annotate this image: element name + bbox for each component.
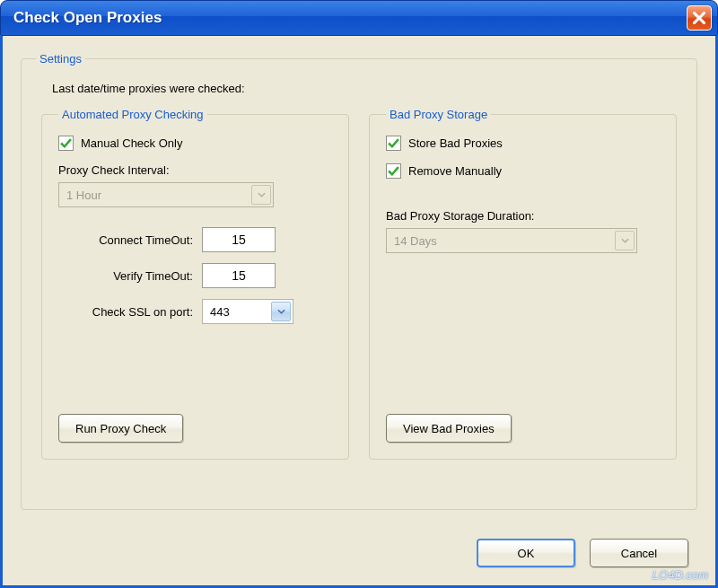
settings-group: Settings Last date/time proxies were che… [21, 52, 697, 510]
close-icon [693, 12, 705, 24]
cancel-button[interactable]: Cancel [590, 539, 688, 567]
settings-legend: Settings [36, 52, 85, 66]
manual-check-only-label: Manual Check Only [81, 136, 182, 150]
chevron-down-icon [621, 238, 629, 243]
close-button[interactable] [687, 5, 712, 31]
verify-timeout-label: Verify TimeOut: [58, 269, 202, 283]
store-bad-proxies-checkbox[interactable] [386, 136, 401, 151]
duration-select: 14 Days [386, 228, 637, 253]
ok-button[interactable]: OK [477, 539, 575, 567]
window-title: Check Open Proxies [13, 9, 687, 27]
connect-timeout-input[interactable] [202, 227, 276, 252]
interval-dropdown-button [251, 185, 271, 205]
remove-manually-label: Remove Manually [408, 164, 502, 178]
automated-proxy-checking-group: Automated Proxy Checking Manual Check On… [41, 108, 349, 460]
ssl-port-select[interactable]: 443 [202, 299, 293, 324]
check-icon [60, 137, 72, 149]
ssl-port-value: 443 [210, 305, 230, 319]
bad-legend: Bad Proxy Storage [386, 108, 491, 121]
interval-select: 1 Hour [58, 182, 274, 207]
interval-value: 1 Hour [66, 189, 101, 202]
manual-check-only-checkbox[interactable] [58, 136, 74, 151]
watermark: LO4D.com [652, 568, 708, 582]
view-bad-proxies-button[interactable]: View Bad Proxies [386, 414, 512, 443]
client-area: Settings Last date/time proxies were che… [0, 36, 718, 588]
run-proxy-check-button[interactable]: Run Proxy Check [58, 414, 183, 443]
last-checked-label: Last date/time proxies were checked: [52, 82, 682, 95]
auto-legend: Automated Proxy Checking [58, 108, 207, 121]
bad-proxy-storage-group: Bad Proxy Storage Store Bad Proxies Remo… [369, 108, 677, 460]
store-bad-proxies-label: Store Bad Proxies [408, 136, 503, 150]
remove-manually-checkbox[interactable] [386, 163, 401, 179]
duration-label: Bad Proxy Storage Duration: [386, 209, 660, 223]
check-icon [388, 165, 399, 177]
dialog-window: Check Open Proxies Settings Last date/ti… [0, 0, 718, 588]
chevron-down-icon [277, 309, 285, 314]
interval-label: Proxy Check Interval: [58, 163, 332, 177]
titlebar: Check Open Proxies [0, 0, 718, 36]
connect-timeout-label: Connect TimeOut: [58, 233, 202, 247]
check-icon [388, 137, 399, 149]
chevron-down-icon [258, 192, 266, 197]
ssl-port-dropdown-button[interactable] [271, 302, 291, 321]
verify-timeout-input[interactable] [202, 263, 276, 288]
duration-value: 14 Days [394, 234, 437, 248]
ssl-port-label: Check SSL on port: [58, 305, 202, 319]
dialog-buttons: OK Cancel [477, 539, 688, 567]
duration-dropdown-button [615, 231, 635, 250]
